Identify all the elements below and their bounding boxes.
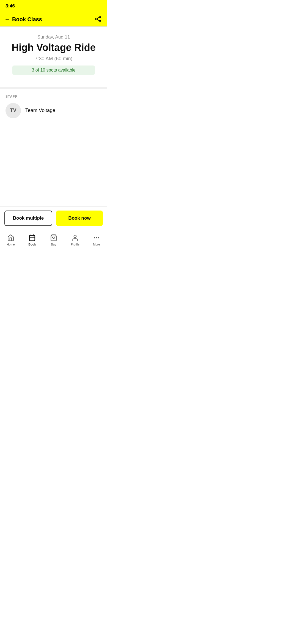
spots-badge: 3 of 10 spots available xyxy=(12,66,95,75)
class-detail-section: Sunday, Aug 11 High Voltage Ride 7:30 AM… xyxy=(0,27,107,80)
class-title: High Voltage Ride xyxy=(6,42,102,53)
book-buttons-area: Book multiple Book now xyxy=(0,206,107,230)
svg-point-11 xyxy=(94,237,95,238)
section-divider xyxy=(0,87,107,89)
staff-label: STAFF xyxy=(6,95,102,99)
svg-rect-5 xyxy=(29,235,35,241)
back-arrow-icon: ← xyxy=(4,16,10,23)
back-button[interactable]: ← Book Class xyxy=(4,16,42,23)
nav-item-home[interactable]: Home xyxy=(0,233,21,247)
nav-item-buy[interactable]: Buy xyxy=(43,233,64,247)
content-spacer xyxy=(0,124,107,206)
staff-item: TV Team Voltage xyxy=(6,103,102,118)
nav-item-book[interactable]: Book xyxy=(21,233,43,247)
book-multiple-button[interactable]: Book multiple xyxy=(4,211,52,226)
book-icon xyxy=(28,234,36,242)
nav-title: Book Class xyxy=(12,16,42,23)
buy-label: Buy xyxy=(51,243,56,246)
bottom-nav: Home Book xyxy=(0,230,107,253)
staff-section: STAFF TV Team Voltage xyxy=(0,89,107,124)
svg-point-13 xyxy=(98,237,99,238)
status-bar: 3:46 xyxy=(0,0,107,12)
staff-name: Team Voltage xyxy=(25,108,55,113)
class-date: Sunday, Aug 11 xyxy=(6,34,102,40)
home-label: Home xyxy=(7,243,15,246)
scrollable-content: Sunday, Aug 11 High Voltage Ride 7:30 AM… xyxy=(0,27,107,206)
more-icon xyxy=(93,234,100,242)
svg-line-3 xyxy=(97,19,99,20)
class-time: 7:30 AM (60 min) xyxy=(6,56,102,62)
share-button[interactable] xyxy=(94,14,103,24)
home-icon xyxy=(7,234,15,242)
svg-point-10 xyxy=(74,235,76,238)
buy-icon xyxy=(50,234,57,242)
spots-container: 3 of 10 spots available xyxy=(6,66,102,75)
status-time: 3:46 xyxy=(6,3,15,9)
nav-item-profile[interactable]: Profile xyxy=(64,233,86,247)
top-nav: ← Book Class xyxy=(0,12,107,26)
svg-line-4 xyxy=(97,17,99,18)
profile-icon xyxy=(71,234,79,242)
book-label: Book xyxy=(28,243,36,246)
book-now-button[interactable]: Book now xyxy=(56,211,103,226)
profile-label: Profile xyxy=(71,243,79,246)
nav-item-more[interactable]: More xyxy=(86,233,107,247)
bottom-fixed-area: Book multiple Book now Home xyxy=(0,206,107,253)
svg-point-12 xyxy=(96,237,97,238)
share-icon xyxy=(95,15,102,23)
staff-avatar: TV xyxy=(6,103,21,118)
more-label: More xyxy=(93,243,100,246)
